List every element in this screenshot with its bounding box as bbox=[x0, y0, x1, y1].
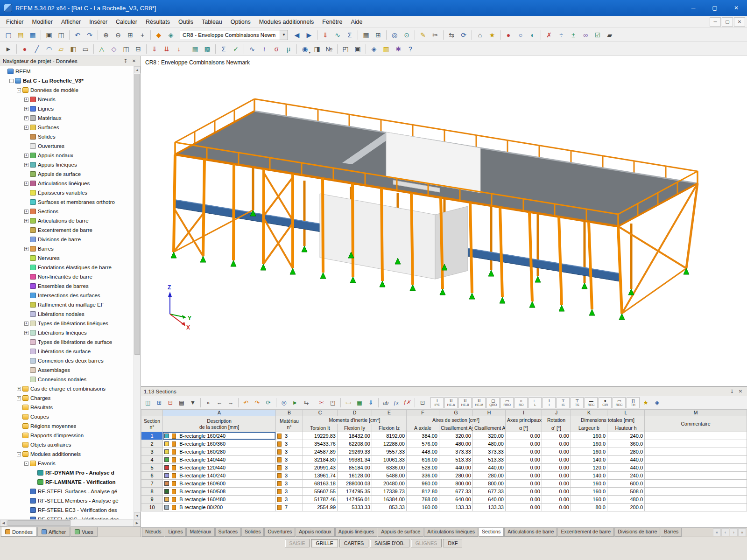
tree-item[interactable]: + Cas de charge et combinaisons bbox=[0, 384, 134, 393]
cell-shear-ay[interactable]: 440.00 bbox=[439, 464, 473, 472]
draw-arc-icon[interactable]: ◠ bbox=[43, 43, 55, 55]
division-icon[interactable]: ⊟ bbox=[133, 43, 144, 55]
dimension-icon[interactable]: ± bbox=[568, 29, 579, 41]
table-row[interactable]: 3 B-rectangle 160/280 3 bbox=[141, 448, 747, 456]
col-header-axes[interactable]: Axes principaux bbox=[506, 416, 542, 424]
cell-shear-ay[interactable]: 677.33 bbox=[439, 488, 473, 496]
undo-icon[interactable]: ↶ bbox=[241, 398, 251, 408]
tree-item[interactable]: Non-linéarités de barre bbox=[0, 272, 134, 281]
tree-item[interactable]: Nervures bbox=[0, 253, 134, 263]
cell-shear-az[interactable]: 677.33 bbox=[473, 488, 506, 496]
draw-node-icon[interactable]: ● bbox=[19, 43, 30, 55]
units-icon[interactable]: ⊡ bbox=[417, 398, 428, 408]
undo-icon[interactable]: ↶ bbox=[72, 29, 83, 41]
tree-item[interactable]: RF-STEEL Surfaces - Analyse gé bbox=[0, 487, 134, 496]
show-loads-icon[interactable]: ⇓ bbox=[320, 29, 331, 41]
tree-item[interactable]: - Bat C - La Rochelle_V3* bbox=[0, 76, 134, 85]
select-in-graphic-icon[interactable]: ► bbox=[290, 398, 300, 408]
cell-flexion-y[interactable]: 99381.34 bbox=[338, 456, 372, 464]
delete-icon[interactable]: ✗ bbox=[543, 29, 555, 41]
cell-comment[interactable] bbox=[645, 504, 747, 511]
tree-item[interactable]: RFEM bbox=[0, 67, 134, 76]
line-tool-icon[interactable]: ○ bbox=[515, 29, 526, 41]
col-header-width[interactable]: Largeur b bbox=[571, 424, 607, 432]
tree-item[interactable]: Divisions de barre bbox=[0, 235, 134, 244]
col-header-alpha-prime[interactable]: α' [°] bbox=[542, 424, 571, 432]
first-row-icon[interactable]: « bbox=[203, 398, 213, 408]
table-row[interactable]: 9 B-rectangle 160/480 3 bbox=[141, 496, 747, 504]
table-tab[interactable]: Articulations linéiques bbox=[424, 528, 478, 537]
tree-item[interactable]: Intersections des surfaces bbox=[0, 291, 134, 300]
cell-alpha-prime[interactable]: 0.00 bbox=[542, 456, 571, 464]
cell-flexion-y[interactable]: 174795.35 bbox=[338, 488, 372, 496]
cell-flexion-y[interactable]: 147456.01 bbox=[338, 496, 372, 504]
cell-torsion[interactable]: 24587.89 bbox=[303, 448, 338, 456]
tree-expander[interactable]: + bbox=[17, 387, 21, 391]
jump-icon[interactable]: ⇆ bbox=[301, 398, 311, 408]
cell-alpha-prime[interactable]: 0.00 bbox=[542, 504, 571, 511]
cell-height[interactable]: 360.0 bbox=[607, 440, 645, 448]
sync-graphic-icon[interactable]: ▭ bbox=[343, 398, 353, 408]
cell-flexion-y[interactable]: 62208.00 bbox=[338, 440, 372, 448]
cell-alpha[interactable]: 0.00 bbox=[506, 480, 542, 488]
tree-item[interactable]: Connexion des deux barres bbox=[0, 356, 134, 365]
export-excel-icon[interactable]: ▦ bbox=[354, 398, 365, 408]
section-type-button[interactable]: I IPE bbox=[430, 397, 444, 408]
tree-expander[interactable]: - bbox=[17, 88, 21, 92]
table-tab[interactable]: Divisions de barre bbox=[614, 528, 660, 537]
tree-item[interactable]: Surfaces et membranes orthotro bbox=[0, 197, 134, 207]
menu-item[interactable]: Fenêtre bbox=[318, 17, 346, 27]
cell-shear-az[interactable]: 800.00 bbox=[473, 480, 506, 488]
toolbar-separator[interactable] bbox=[146, 44, 147, 54]
close-button[interactable]: ✕ bbox=[726, 0, 747, 16]
internal-forces-icon[interactable]: μ bbox=[283, 43, 294, 55]
cell-width[interactable]: 140.0 bbox=[571, 456, 607, 464]
print-icon[interactable]: ▣ bbox=[43, 29, 55, 41]
section-type-button[interactable]: ▢ QRO bbox=[486, 397, 500, 408]
tree-expander[interactable]: + bbox=[24, 331, 28, 335]
toolbar-separator[interactable] bbox=[41, 30, 41, 40]
home-view-icon[interactable]: ⌂ bbox=[474, 29, 486, 41]
column-letter[interactable]: L bbox=[607, 410, 645, 416]
surface-tool-icon[interactable]: ◐ bbox=[527, 29, 538, 41]
tree-item[interactable]: Fondations élastiques de barre bbox=[0, 263, 134, 272]
favorites-icon[interactable]: ★ bbox=[486, 29, 498, 41]
col-header-shear-ay[interactable]: Cisaillement Ay bbox=[439, 424, 473, 432]
cell-flexion-z[interactable]: 6336.00 bbox=[372, 464, 407, 472]
pin-icon[interactable]: ↧ bbox=[728, 388, 736, 395]
cell-flexion-z[interactable]: 20480.00 bbox=[372, 480, 407, 488]
tree-item[interactable]: + Sections bbox=[0, 207, 134, 216]
minimize-button[interactable]: ─ bbox=[683, 0, 704, 16]
cell-torsion[interactable]: 51787.46 bbox=[303, 496, 338, 504]
cell-shear-az[interactable]: 373.33 bbox=[473, 448, 506, 456]
table-tab[interactable]: Appuis nodaux bbox=[296, 528, 334, 537]
tree-item[interactable]: + Matériaux bbox=[0, 113, 134, 123]
cell-alpha[interactable]: 0.00 bbox=[506, 456, 542, 464]
stress-icon[interactable]: σ bbox=[271, 43, 282, 55]
scroll-right-icon[interactable]: ▶ bbox=[134, 520, 141, 526]
tree-item[interactable]: + Lignes bbox=[0, 104, 134, 113]
cell-alpha-prime[interactable]: 0.00 bbox=[542, 480, 571, 488]
col-header-flexion-y[interactable]: Flexion Iy bbox=[338, 424, 372, 432]
material-cell[interactable]: 3 bbox=[276, 440, 303, 448]
col-header-material[interactable]: Matériaun° bbox=[276, 416, 303, 432]
material-cell[interactable]: 3 bbox=[276, 496, 303, 504]
cut-icon[interactable]: ✂ bbox=[430, 29, 441, 41]
hinge-icon[interactable]: ◇ bbox=[108, 43, 120, 55]
toolbar-separator[interactable] bbox=[415, 398, 415, 407]
cell-axial-area[interactable]: 528.00 bbox=[407, 464, 439, 472]
mesh-refinement-icon[interactable]: ▩ bbox=[202, 43, 213, 55]
tree-item[interactable]: Solides bbox=[0, 132, 134, 141]
tree-item[interactable]: Excentrement de barre bbox=[0, 225, 134, 235]
tree-expander[interactable]: + bbox=[24, 98, 28, 102]
tree-item[interactable]: RF-DYNAM Pro - Analyse d bbox=[0, 468, 134, 477]
material-cell[interactable]: 3 bbox=[276, 480, 303, 488]
grid-icon[interactable]: ⊞ bbox=[373, 29, 384, 41]
cell-torsion[interactable]: 55607.55 bbox=[303, 488, 338, 496]
section-number-cell[interactable]: 10 bbox=[141, 504, 163, 511]
cell-flexion-y[interactable]: 29269.33 bbox=[338, 448, 372, 456]
tree-item[interactable]: + Nœuds bbox=[0, 95, 134, 104]
find-icon[interactable]: ◎ bbox=[279, 398, 289, 408]
section-description-cell[interactable]: B-rectangle 160/280 bbox=[163, 448, 276, 456]
tree-item[interactable]: Libérations de surface bbox=[0, 347, 134, 356]
